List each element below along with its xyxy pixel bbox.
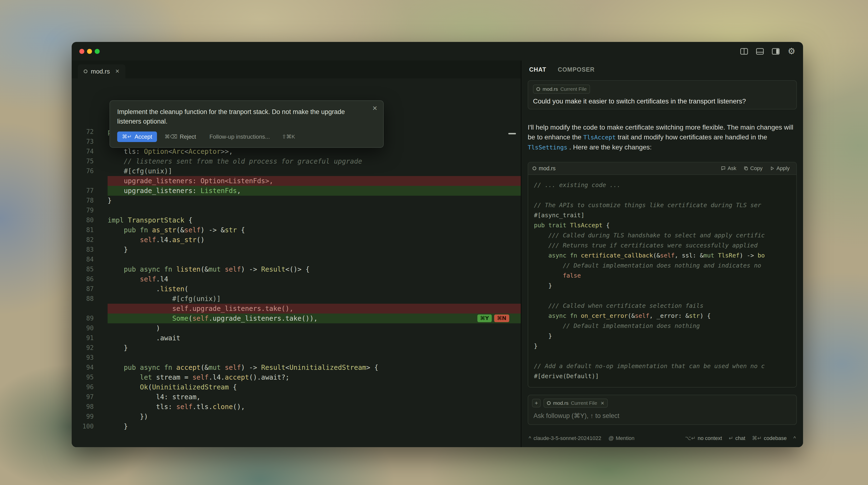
toggle-split-editor-button[interactable] [740,48,748,55]
code-token: false [563,272,581,279]
code-token: , ssl: & [675,252,703,259]
line-number: 76 [72,166,107,176]
input-chip-label: Current File [571,400,597,406]
code-token: self [184,226,200,234]
code-line: 93 [72,353,521,363]
code-line: 85 pub async fn listen(&mut self) -> Res… [72,264,521,274]
chat-submit-hint[interactable]: ↵chat [729,435,745,442]
code-token: on_cert_error [581,312,628,319]
ask-button[interactable]: Ask [718,164,739,172]
code-line: 79 [72,205,521,215]
code-token: } [107,344,128,352]
codebase-submit-hint[interactable]: ⌘↵codebase [752,435,787,442]
settings-gear-button[interactable]: ⚙ [788,47,796,56]
followup-instructions-button[interactable]: Follow-up instructions... [210,133,270,140]
apply-button[interactable]: Apply [767,164,792,172]
code-line-added: 89 Some(self.upgrade_listeners.take()),⌘… [72,314,521,323]
code-token: stream = [152,374,192,381]
chat-bubble-icon [721,166,726,171]
code-line: 82 self.l4.as_str() [72,235,521,245]
code-token [221,363,225,371]
code-line-added: 77 upgrade_listeners: ListenFds, [72,186,521,196]
accept-diff-badge[interactable]: ⌘Y [477,315,492,322]
minimize-window-button[interactable] [87,49,92,54]
code-token [107,383,140,391]
code-area: 72pub(crate) struct TransportStack {73 l… [72,127,521,431]
code-token: async fn [534,312,577,319]
copy-button[interactable]: Copy [741,164,765,172]
chat-thread: mod.rs Current File Could you make it ea… [522,78,803,431]
line-content: self.l4 [107,274,521,284]
code-block-line [534,190,796,200]
code-token: .await [107,334,180,342]
code-block-line: } [534,281,796,291]
code-token: // listeners sent from the old process f… [107,157,362,165]
code-token: } [534,332,552,340]
line-content: pub async fn accept(&mut self) -> Result… [107,363,521,373]
code-block-line: // ... existing code ... [534,180,796,190]
code-token: < [168,148,172,156]
line-number: 96 [72,382,107,392]
user-message: Could you make it easier to switch certi… [533,97,792,105]
line-number: 84 [72,255,107,264]
line-number: 99 [72,412,107,422]
code-token: self.upgrade_listeners.take(), [107,305,293,313]
tab-chat[interactable]: CHAT [529,66,547,73]
tab-composer[interactable]: COMPOSER [558,66,595,73]
close-icon[interactable]: ✕ [372,105,377,112]
code-line: 86 self.l4 [72,274,521,284]
accept-label: Accept [134,133,152,140]
window-titlebar: ⚙ [72,42,803,61]
code-token [577,312,581,319]
chat-input-box[interactable]: + mod.rs Current File ✕ Ask followup (⌘Y… [528,395,797,425]
collapse-chevron-icon[interactable]: ^ [794,435,796,442]
chat-panel: CHAT COMPOSER mod.rs Current File Could … [521,61,803,447]
line-content: // listeners sent from the old process f… [107,156,521,166]
zoom-window-button[interactable] [95,49,100,54]
code-token: { [237,226,245,234]
no-context-hint[interactable]: ⌥↵no context [685,435,722,442]
toggle-panel-button[interactable] [756,48,764,55]
remove-context-icon[interactable]: ✕ [600,400,604,406]
model-selector[interactable]: ^ claude-3-5-sonnet-20241022 [529,435,601,442]
close-window-button[interactable] [79,49,84,54]
reject-button[interactable]: ⌘⌫ Reject [165,133,196,140]
code-token: } [107,197,112,204]
line-number: 79 [72,205,107,215]
line-content: tls: self.tls.clone(), [107,402,521,412]
code-editor[interactable]: 72pub(crate) struct TransportStack {73 l… [72,78,521,447]
input-context-chip[interactable]: mod.rs Current File ✕ [544,398,608,408]
tab-close-icon[interactable]: ✕ [115,68,119,74]
at-icon: @ [609,435,614,442]
code-token: self [140,236,156,244]
tab-mod-rs[interactable]: mod.rs ✕ [78,64,125,78]
code-block-line: // Default implementation does nothing [534,321,796,331]
code-line: 80impl TransportStack { [72,215,521,225]
reject-diff-badge[interactable]: ⌘N [494,315,509,322]
line-number: 80 [72,215,107,225]
accept-button[interactable]: ⌘↵ Accept [117,131,157,142]
code-line: 75 // listeners sent from the old proces… [72,156,521,166]
code-token: Some [107,315,188,322]
code-line: 99 }) [72,412,521,422]
code-token: .upgrade_listeners.take()), [209,315,317,322]
code-token: self [140,275,156,283]
right-sidebar-icon [772,48,780,55]
code-block-line: // Add a default no-op implementation th… [534,361,796,371]
code-token: ( [148,383,152,391]
mention-button[interactable]: @ Mention [609,435,634,442]
code-token: as_str [172,236,196,244]
code-token: }) [107,413,148,421]
toggle-secondary-sidebar-button[interactable] [772,48,780,55]
code-token: pub trait [534,222,566,229]
code-token: // The APIs to customize things like cer… [534,202,761,208]
code-token: .l4. [156,236,172,244]
code-token: ( [184,285,188,293]
scrollbar-thumb[interactable] [508,133,516,134]
line-content: l4: stream, [107,392,521,402]
context-chip[interactable]: mod.rs Current File [533,85,590,94]
add-context-button[interactable]: + [532,399,540,408]
code-token: tls: [107,148,144,156]
code-token [172,363,176,371]
code-token [107,275,140,283]
